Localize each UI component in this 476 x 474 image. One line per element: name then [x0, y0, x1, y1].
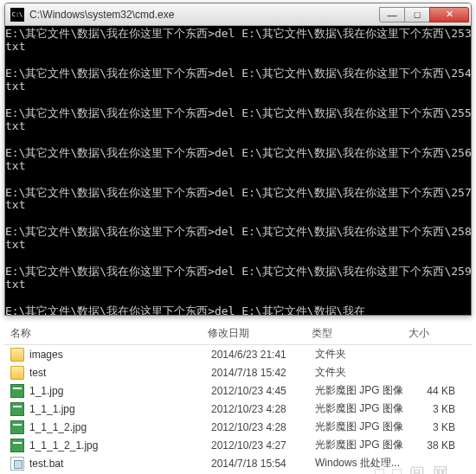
cmd-icon: [10, 8, 24, 22]
header-name[interactable]: 名称: [3, 326, 208, 341]
file-name: 1_1.jpg: [29, 385, 211, 397]
cmd-line: txt: [5, 41, 469, 54]
titlebar[interactable]: C:\Windows\system32\cmd.exe — □ ✕: [5, 3, 471, 26]
jpg-icon: [10, 402, 24, 416]
window-title: C:\Windows\system32\cmd.exe: [29, 9, 380, 21]
file-type: 文件夹: [315, 347, 412, 362]
cmd-line: txt: [5, 160, 469, 173]
file-row[interactable]: test.bat2014/7/18 15:54Windows 批处理...: [3, 454, 473, 472]
file-row[interactable]: 1_1.jpg2012/10/23 4:45光影魔图 JPG 图像44 KB: [3, 381, 473, 400]
cmd-line: E:\其它文件\数据\我在你这里下个东西>del E:\其它文件\数据\我在你这…: [5, 226, 469, 239]
cmd-line: txt: [5, 120, 469, 133]
header-size[interactable]: 大小: [408, 326, 460, 341]
file-row[interactable]: 1_1_1_2_1.jpg2012/10/23 4:27光影魔图 JPG 图像3…: [3, 436, 473, 454]
file-date: 2012/10/23 4:27: [211, 439, 315, 452]
file-name: test: [29, 367, 211, 379]
file-name: 1_1_1.jpg: [29, 403, 211, 415]
file-type: 光影魔图 JPG 图像: [315, 420, 412, 434]
file-explorer: 名称 修改日期 类型 大小 images2014/6/23 21:41文件夹te…: [0, 316, 476, 474]
file-date: 2014/7/18 15:54: [211, 458, 315, 470]
folder-icon: [10, 348, 24, 362]
file-name: images: [29, 349, 211, 361]
column-headers[interactable]: 名称 修改日期 类型 大小: [3, 321, 473, 345]
cmd-line: E:\其它文件\数据\我在你这里下个东西>del E:\其它文件\数据\我在你这…: [5, 147, 469, 160]
cmd-line: E:\其它文件\数据\我在你这里下个东西>del E:\其它文件\数据\我在: [5, 305, 469, 315]
file-name: 1_1_1_2_1.jpg: [29, 439, 211, 452]
file-list: images2014/6/23 21:41文件夹test2014/7/18 15…: [3, 345, 473, 474]
cmd-line: E:\其它文件\数据\我在你这里下个东西>del E:\其它文件\数据\我在你这…: [5, 67, 469, 80]
cmd-line: E:\其它文件\数据\我在你这里下个东西>del E:\其它文件\数据\我在你这…: [5, 266, 469, 279]
cmd-line: E:\其它文件\数据\我在你这里下个东西>del E:\其它文件\数据\我在你这…: [5, 187, 469, 200]
file-name: 1_1_1_2.jpg: [29, 421, 211, 433]
close-button[interactable]: ✕: [429, 7, 469, 22]
cmd-line: txt: [5, 239, 469, 252]
jpg-icon: [10, 384, 24, 398]
file-row[interactable]: test2014/7/18 15:42文件夹: [3, 363, 473, 381]
window-controls: — □ ✕: [380, 7, 469, 22]
file-date: 2012/10/23 4:28: [211, 403, 315, 415]
cmd-line: txt: [5, 199, 469, 212]
bat-icon: [10, 457, 24, 471]
minimize-button[interactable]: —: [379, 7, 405, 22]
file-size: 3 KB: [412, 403, 464, 415]
file-row[interactable]: images2014/6/23 21:41文件夹: [3, 345, 473, 363]
folder-icon: [10, 366, 24, 380]
file-name: test.bat: [29, 458, 211, 470]
file-size: 38 KB: [412, 439, 464, 452]
file-row[interactable]: 1_1_1.jpg2012/10/23 4:28光影魔图 JPG 图像3 KB: [3, 400, 473, 418]
file-type: Windows 批处理...: [315, 456, 412, 471]
cmd-line: E:\其它文件\数据\我在你这里下个东西>del E:\其它文件\数据\我在你这…: [5, 28, 469, 41]
cmd-window: C:\Windows\system32\cmd.exe — □ ✕ E:\其它文…: [4, 3, 472, 316]
file-date: 2014/6/23 21:41: [211, 349, 315, 361]
file-date: 2012/10/23 4:28: [211, 421, 315, 433]
file-date: 2014/7/18 15:42: [211, 367, 315, 379]
terminal-output[interactable]: E:\其它文件\数据\我在你这里下个东西>del E:\其它文件\数据\我在你这…: [5, 26, 471, 315]
maximize-button[interactable]: □: [404, 7, 430, 22]
file-type: 文件夹: [315, 365, 412, 380]
file-type: 光影魔图 JPG 图像: [315, 383, 412, 398]
file-size: 44 KB: [412, 385, 464, 397]
cmd-line: txt: [5, 80, 469, 93]
header-type[interactable]: 类型: [312, 326, 408, 341]
file-type: 光影魔图 JPG 图像: [315, 438, 412, 452]
jpg-icon: [10, 420, 24, 434]
file-row[interactable]: 1_1_1_2.jpg2012/10/23 4:28光影魔图 JPG 图像3 K…: [3, 418, 473, 436]
file-date: 2012/10/23 4:45: [211, 385, 315, 397]
file-type: 光影魔图 JPG 图像: [315, 401, 412, 416]
jpg-icon: [10, 439, 24, 452]
cmd-line: txt: [5, 279, 469, 291]
header-date[interactable]: 修改日期: [208, 326, 312, 341]
file-size: 3 KB: [412, 421, 464, 433]
cmd-line: E:\其它文件\数据\我在你这里下个东西>del E:\其它文件\数据\我在你这…: [5, 107, 469, 120]
